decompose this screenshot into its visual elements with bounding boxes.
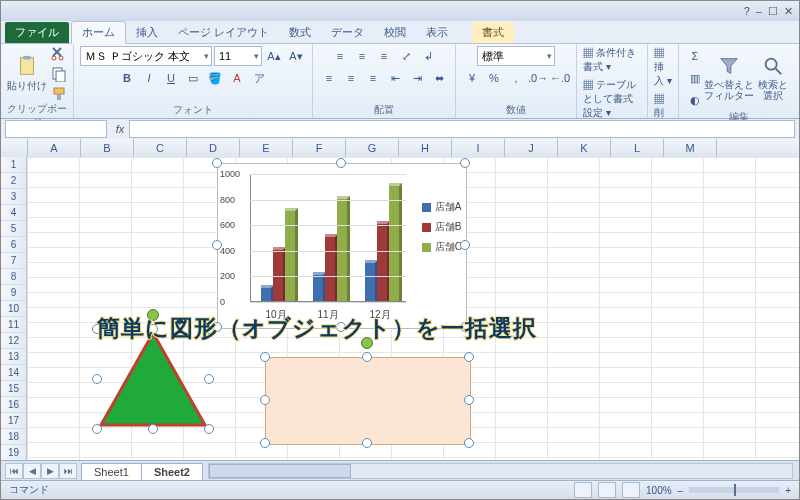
row-header[interactable]: 11 bbox=[1, 317, 27, 333]
column-header[interactable]: F bbox=[293, 139, 346, 157]
selection-handle[interactable] bbox=[148, 424, 158, 434]
zoom-in-button[interactable]: + bbox=[785, 485, 791, 496]
fill-color-button[interactable]: 🪣 bbox=[205, 68, 225, 88]
font-name-select[interactable]: ＭＳ Ｐゴシック 本文 bbox=[80, 46, 212, 66]
format-painter-icon[interactable] bbox=[51, 86, 67, 102]
selection-handle[interactable] bbox=[464, 395, 474, 405]
insert-cells-button[interactable]: ▦ 挿入 ▾ bbox=[654, 46, 672, 88]
tab-ページ レイアウト[interactable]: ページ レイアウト bbox=[168, 22, 279, 43]
row-header[interactable]: 10 bbox=[1, 301, 27, 317]
tab-file[interactable]: ファイル bbox=[5, 22, 69, 43]
align-right-button[interactable]: ≡ bbox=[363, 68, 383, 88]
minimize-icon[interactable]: – bbox=[756, 5, 762, 17]
column-header[interactable]: E bbox=[240, 139, 293, 157]
phonetic-button[interactable]: ア bbox=[249, 68, 269, 88]
row-header[interactable]: 16 bbox=[1, 397, 27, 413]
row-header[interactable]: 14 bbox=[1, 365, 27, 381]
percent-button[interactable]: % bbox=[484, 68, 504, 88]
merge-button[interactable]: ⬌ bbox=[429, 68, 449, 88]
row-header[interactable]: 15 bbox=[1, 381, 27, 397]
zoom-slider[interactable] bbox=[689, 487, 779, 493]
orientation-button[interactable]: ⤢ bbox=[396, 46, 416, 66]
selection-handle[interactable] bbox=[362, 352, 372, 362]
align-bottom-button[interactable]: ≡ bbox=[374, 46, 394, 66]
selection-handle[interactable] bbox=[212, 158, 222, 168]
close-icon[interactable]: ✕ bbox=[784, 5, 793, 18]
selection-handle[interactable] bbox=[204, 424, 214, 434]
row-header[interactable]: 18 bbox=[1, 429, 27, 445]
page-layout-view-button[interactable] bbox=[598, 482, 616, 498]
tab-ホーム[interactable]: ホーム bbox=[71, 21, 126, 44]
column-header[interactable]: G bbox=[346, 139, 399, 157]
align-center-button[interactable]: ≡ bbox=[341, 68, 361, 88]
help-icon[interactable]: ? bbox=[744, 5, 750, 17]
row-header[interactable]: 9 bbox=[1, 285, 27, 301]
copy-icon[interactable] bbox=[51, 66, 67, 82]
align-left-button[interactable]: ≡ bbox=[319, 68, 339, 88]
row-header[interactable]: 8 bbox=[1, 269, 27, 285]
row-header[interactable]: 5 bbox=[1, 221, 27, 237]
autosum-button[interactable]: Σ bbox=[685, 46, 705, 66]
column-header[interactable]: J bbox=[505, 139, 558, 157]
column-header[interactable]: A bbox=[28, 139, 81, 157]
font-size-select[interactable]: 11 bbox=[214, 46, 262, 66]
maximize-icon[interactable]: ☐ bbox=[768, 5, 778, 18]
italic-button[interactable]: I bbox=[139, 68, 159, 88]
page-break-view-button[interactable] bbox=[622, 482, 640, 498]
column-header[interactable]: K bbox=[558, 139, 611, 157]
horizontal-scrollbar[interactable] bbox=[208, 463, 793, 479]
selection-handle[interactable] bbox=[362, 438, 372, 448]
selection-handle[interactable] bbox=[464, 352, 474, 362]
row-header[interactable]: 4 bbox=[1, 205, 27, 221]
column-header[interactable]: B bbox=[81, 139, 134, 157]
indent-inc-button[interactable]: ⇥ bbox=[407, 68, 427, 88]
tab-数式[interactable]: 数式 bbox=[279, 22, 321, 43]
column-header[interactable]: H bbox=[399, 139, 452, 157]
row-headers[interactable]: 123456789101112131415161718192021222324 bbox=[1, 157, 27, 461]
tab-挿入[interactable]: 挿入 bbox=[126, 22, 168, 43]
dec-decimal-button[interactable]: ←.0 bbox=[550, 68, 570, 88]
embedded-chart[interactable]: 店舗A店舗B店舗C 0200400600800100010月11月12月 bbox=[217, 163, 467, 329]
font-color-button[interactable]: A bbox=[227, 68, 247, 88]
sheet-tab[interactable]: Sheet1 bbox=[81, 463, 142, 480]
inc-decimal-button[interactable]: .0→ bbox=[528, 68, 548, 88]
currency-button[interactable]: ¥ bbox=[462, 68, 482, 88]
selection-handle[interactable] bbox=[92, 424, 102, 434]
cut-icon[interactable] bbox=[51, 46, 67, 62]
rectangle-shape[interactable] bbox=[265, 357, 471, 445]
tab-データ[interactable]: データ bbox=[321, 22, 374, 43]
row-header[interactable]: 13 bbox=[1, 349, 27, 365]
fill-button[interactable]: ▥ bbox=[685, 68, 705, 88]
row-header[interactable]: 6 bbox=[1, 237, 27, 253]
tab-校閲[interactable]: 校閲 bbox=[374, 22, 416, 43]
find-select-button[interactable]: 検索と 選択 bbox=[753, 50, 793, 106]
select-all-corner[interactable] bbox=[1, 139, 28, 157]
row-header[interactable]: 17 bbox=[1, 413, 27, 429]
column-header[interactable]: L bbox=[611, 139, 664, 157]
conditional-format-button[interactable]: ▦ 条件付き書式 ▾ bbox=[583, 46, 641, 74]
bold-button[interactable]: B bbox=[117, 68, 137, 88]
triangle-shape[interactable] bbox=[97, 329, 209, 429]
selection-handle[interactable] bbox=[464, 438, 474, 448]
comma-button[interactable]: , bbox=[506, 68, 526, 88]
clear-button[interactable]: ◐ bbox=[685, 90, 705, 110]
selection-handle[interactable] bbox=[460, 240, 470, 250]
fx-icon[interactable]: fx bbox=[111, 123, 129, 135]
indent-dec-button[interactable]: ⇤ bbox=[385, 68, 405, 88]
sheet-tab[interactable]: Sheet2 bbox=[141, 463, 203, 480]
worksheet-area[interactable]: ABCDEFGHIJKLM 12345678910111213141516171… bbox=[1, 139, 799, 461]
align-middle-button[interactable]: ≡ bbox=[352, 46, 372, 66]
row-header[interactable]: 2 bbox=[1, 173, 27, 189]
column-headers[interactable]: ABCDEFGHIJKLM bbox=[1, 139, 799, 158]
normal-view-button[interactable] bbox=[574, 482, 592, 498]
shrink-font-button[interactable]: A▾ bbox=[286, 46, 306, 66]
format-as-table-button[interactable]: ▦ テーブルとして書式設定 ▾ bbox=[583, 78, 641, 120]
align-top-button[interactable]: ≡ bbox=[330, 46, 350, 66]
column-header[interactable]: D bbox=[187, 139, 240, 157]
row-header[interactable]: 1 bbox=[1, 157, 27, 173]
selection-handle[interactable] bbox=[460, 158, 470, 168]
name-box[interactable] bbox=[5, 120, 107, 138]
selection-handle[interactable] bbox=[92, 374, 102, 384]
number-format-select[interactable]: 標準 bbox=[477, 46, 555, 66]
wrap-text-button[interactable]: ↲ bbox=[418, 46, 438, 66]
